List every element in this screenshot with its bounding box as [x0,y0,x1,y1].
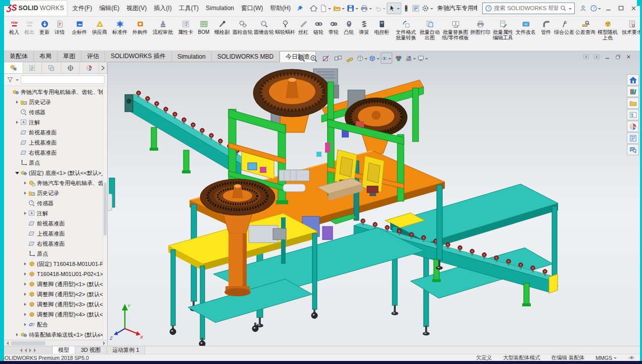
measure-button[interactable] [344,53,356,64]
hide-show-button[interactable] [381,53,392,64]
ribbon-gear-cyl-button[interactable]: 圆柱齿轮 [232,19,253,35]
tree-item[interactable]: 调整脚 (通用型)<1> (默认< [4,279,107,289]
ribbon-gear-bevel-button[interactable]: 圆锥齿轮 [253,19,274,35]
dropdown-caret-icon[interactable] [614,357,617,360]
scroll-left-arrow[interactable] [4,341,11,345]
expand-arrow[interactable] [22,323,28,326]
expand-arrow[interactable] [22,313,28,316]
unit-system-selector[interactable]: MMGS [595,355,617,361]
ribbon-detail-button[interactable]: 详情 [52,19,67,35]
ribbon-supplier-button[interactable]: 供应商 [89,19,110,35]
expand-arrow[interactable] [22,272,28,276]
tree-scroll-up[interactable] [96,87,102,93]
ribbon-worm-gear-button[interactable]: 蜗轮蜗杆 [274,19,296,35]
tree-item[interactable]: 调整脚 (通用型)<4> (默认< [4,309,107,320]
tree-item[interactable]: 前视基准面 [4,218,107,229]
doc-tab-模型[interactable]: 模型 [53,346,75,354]
menu-编辑(E)[interactable]: 编辑(E) [96,0,123,16]
print-button[interactable] [359,3,373,14]
tree-item[interactable]: 调整脚 (通用型)<2> (默认< [4,289,107,299]
tab-SOLIDWORKS MBD[interactable]: SOLIDWORKS MBD [212,51,280,62]
ribbon-pdm-in-button[interactable]: PDM检入 [7,19,22,35]
panel-tab-propertymanager[interactable] [23,62,42,73]
view-orientation-button[interactable] [356,53,368,64]
menu-视图(V)[interactable]: 视图(V) [123,0,150,16]
ribbon-bom-button[interactable]: BOM [196,19,212,35]
panel-tab-expand-arrow[interactable] [99,62,107,73]
tree-item[interactable]: T160418-M01U01-P02<1> [4,269,107,279]
doc-prev-button[interactable] [583,54,589,60]
status-eye-icon[interactable] [628,354,635,361]
close-button[interactable] [625,54,632,60]
dropdown-caret-icon[interactable] [413,58,416,61]
scrollbar-thumb[interactable] [11,341,45,345]
tab-SOLIDWORKS 插件[interactable]: SOLIDWORKS 插件 [105,51,172,62]
expand-arrow[interactable] [22,293,28,296]
home-pane-button[interactable] [627,74,639,85]
ribbon-batch-replace-button[interactable]: 批量替换图纸/零件模板 [441,19,470,40]
restore-button[interactable] [615,54,621,60]
panel-tab-featuremanager[interactable] [4,62,23,73]
view-settings-button[interactable] [417,53,429,64]
doc-tab-运动算例 1[interactable]: 运动算例 1 [107,346,145,354]
tree-item[interactable]: (固定) T160418-M01U01-P [4,259,107,269]
menu-工具(T)[interactable]: 工具(T) [175,0,202,16]
tree-item[interactable]: 配合 [4,320,107,330]
ribbon-tile-print-button[interactable]: 拼图打印 [470,19,491,35]
tab-装配体[interactable]: 装配体 [4,51,34,62]
tree-item[interactable]: 历史记录 [4,188,107,198]
expand-arrow[interactable] [22,262,28,265]
appearance-button[interactable] [393,53,404,64]
doc-next-button[interactable] [593,54,600,60]
search-icon[interactable] [560,5,567,12]
display-style-button[interactable] [369,53,380,64]
tree-item[interactable]: 待装配轴承输送线<1> (默认<< [4,330,107,340]
ribbon-spring-button[interactable]: 弹簧 [356,19,372,35]
ribbon-bolt-button[interactable]: 螺栓副 [212,19,232,35]
expand-arrow[interactable] [14,172,20,174]
minimize-button[interactable] [602,4,615,13]
tab-Simulation[interactable]: Simulation [172,51,212,62]
tree-item[interactable]: 原点 [4,249,107,259]
ribbon-approval-button[interactable]: 流程审批 [152,19,173,35]
tree-item[interactable]: 右视基准面 [4,148,107,158]
ribbon-refresh-button[interactable]: 更新 [37,19,52,35]
tree-item[interactable]: 传感器 [4,107,107,117]
tab-草图[interactable]: 草图 [58,51,81,62]
tree-horizontal-scrollbar[interactable] [4,340,107,346]
design-checker-button[interactable] [401,3,411,14]
expand-arrow[interactable] [22,212,28,215]
scrollbar-thumb[interactable] [104,183,107,236]
scene-button[interactable] [405,53,417,64]
home-button[interactable] [309,3,318,14]
ribbon-prop-card-button[interactable]: 属性卡 [175,19,196,35]
search-caret-icon[interactable] [569,8,572,11]
dropdown-caret-icon[interactable] [388,58,391,61]
tree-item[interactable]: 传感器 [4,198,107,208]
user-button[interactable] [577,4,589,13]
ribbon-tolerance-button[interactable]: 综合公差 [554,19,575,35]
tree-item[interactable]: 上视基准面 [4,138,107,148]
appearances-pane-button[interactable] [627,121,639,132]
dropdown-caret-icon[interactable] [355,8,358,11]
ribbon-std-ent-button[interactable]: 企标件 [69,19,89,35]
filter-caret-icon[interactable] [16,79,19,82]
tree-item[interactable]: 历史记录 [4,97,107,107]
expand-arrow[interactable] [22,283,28,286]
tree-item[interactable]: S奔驰汽车专用电机轴承、齿 [4,178,107,188]
menu-窗口(W)[interactable]: 窗口(W) [238,0,266,16]
search-input[interactable] [494,5,558,11]
expand-arrow[interactable] [14,101,20,104]
tree-item[interactable]: 调整脚 (通用型)<3> (默认< [4,299,107,309]
open-button[interactable] [332,3,346,14]
dropdown-caret-icon[interactable] [377,58,380,61]
ribbon-pulley-button[interactable]: 带轮 [326,19,341,35]
expand-arrow[interactable] [14,121,20,124]
dropdown-caret-icon[interactable] [342,8,345,11]
ribbon-cam-button[interactable]: 凸轮 [341,19,356,35]
expand-arrow[interactable] [22,192,28,195]
menu-帮助(H)[interactable]: 帮助(H) [266,0,294,16]
expand-arrow[interactable] [22,303,28,306]
custom-props-button[interactable] [627,132,639,144]
search-box[interactable]: ? [482,3,575,14]
